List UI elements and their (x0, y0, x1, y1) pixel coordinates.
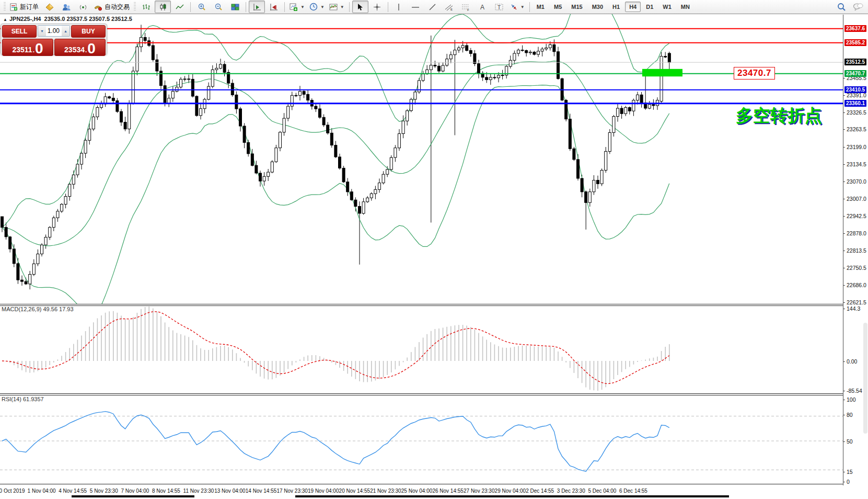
date-label: 3 Dec 23:30 (557, 488, 585, 494)
price-badge: 23585.2 (844, 39, 866, 46)
chart-window[interactable]: ▲JPN225-,H4 23535.0 23537.5 23507.5 2351… (0, 14, 868, 499)
autotrade-button[interactable]: 自动交易 (91, 1, 132, 13)
trendline-icon (429, 3, 436, 11)
text-button[interactable]: A (474, 1, 491, 13)
date-label: 5 Dec 04:00 (588, 488, 616, 494)
date-label: 19 Nov 04:00 (308, 488, 339, 494)
chat-icon (853, 3, 863, 11)
timeframe-w1[interactable]: W1 (658, 2, 676, 12)
toolbar-grip[interactable] (134, 2, 136, 12)
price-badge: 23637.6 (844, 25, 866, 32)
volume-decrease-button[interactable]: ▼ (38, 26, 46, 36)
price-badge: 23512.5 (844, 59, 866, 65)
cursor-button[interactable] (352, 1, 368, 13)
date-label: 25 Nov 04:00 (401, 488, 433, 494)
macd-axis-label: -85.54 (847, 388, 862, 394)
metaeditor-button[interactable] (41, 1, 57, 13)
price-tick: 23326.5 (847, 109, 866, 116)
toolbar-grip[interactable] (4, 2, 6, 12)
crosshair-button[interactable] (369, 1, 385, 13)
chart-line-button[interactable] (171, 1, 188, 13)
one-click-trading-panel: SELL ▼ 1.00 ▲ BUY 23511.0 23534.0 (1, 24, 107, 55)
macd-plot[interactable] (0, 306, 843, 393)
equidistant-channel-button[interactable]: E (441, 1, 457, 13)
metaeditor-icon (45, 3, 54, 11)
new-order-button[interactable]: 新订单 (8, 1, 41, 13)
volume-increase-button[interactable]: ▲ (62, 26, 70, 36)
date-label: 27 Nov 23:30 (464, 488, 495, 494)
clock-icon (309, 3, 318, 11)
sell-button[interactable]: SELL (2, 25, 37, 38)
timeframe-m15[interactable]: M15 (567, 2, 586, 12)
zoom-out-icon (214, 3, 223, 11)
scrollbar-thumb[interactable] (863, 323, 867, 434)
sell-price-big-digit: 0 (35, 43, 43, 55)
news-broadcast-icon (79, 3, 87, 11)
chat-button[interactable] (850, 1, 866, 13)
buy-price-big-digit: 0 (87, 43, 96, 55)
price-tick: 23007.0 (847, 196, 866, 202)
hline-button[interactable] (408, 1, 424, 13)
buy-button[interactable]: BUY (71, 25, 106, 38)
arrows-icon (510, 3, 518, 11)
zoom-out-button[interactable] (210, 1, 226, 13)
zoom-in-button[interactable] (193, 1, 210, 13)
date-label: 30 Oct 2019 (0, 488, 25, 494)
price-tick: 23070.0 (847, 178, 866, 185)
buy-price[interactable]: 23534.0 (54, 39, 106, 56)
timeframe-m30[interactable]: M30 (588, 2, 607, 12)
text-icon: A (479, 3, 486, 11)
rsi-plot[interactable] (0, 395, 843, 484)
buy-price-int: 23534 (64, 46, 85, 53)
news-button[interactable] (75, 1, 91, 13)
text-label-button[interactable]: T (491, 1, 507, 13)
date-label: 14 Nov 14:55 (246, 488, 277, 494)
templates-dropdown[interactable]: ▼ (327, 1, 346, 13)
chart-shift-button[interactable] (265, 1, 282, 13)
timeframe-m5[interactable]: M5 (550, 2, 566, 12)
turning-point-label[interactable]: 多空转折点 (736, 104, 822, 128)
autoscroll-button[interactable] (249, 1, 265, 13)
autotrade-label: 自动交易 (105, 3, 130, 12)
timeframe-d1[interactable]: D1 (642, 2, 657, 12)
text-label-icon: T (495, 3, 503, 11)
date-axis[interactable]: 30 Oct 20191 Nov 04:004 Nov 14:555 Nov 2… (0, 485, 868, 499)
search-button[interactable] (834, 1, 850, 13)
tile-windows-button[interactable] (227, 1, 243, 13)
sell-price[interactable]: 23511.0 (2, 39, 53, 56)
svg-text:E: E (450, 8, 453, 11)
rsi-axis-label: 80 (847, 412, 853, 418)
date-label: 26 Nov 14:55 (432, 488, 464, 494)
autotrade-icon (94, 3, 102, 11)
new-order-icon (10, 3, 18, 11)
chart-bars-button[interactable] (138, 1, 154, 13)
fibonacci-button[interactable]: F (458, 1, 474, 13)
price-annotation-box[interactable]: 23470.7 (734, 67, 775, 80)
date-label: 13 Nov 04:00 (214, 488, 246, 494)
timeframe-h4[interactable]: H4 (625, 2, 641, 12)
vline-button[interactable] (391, 1, 407, 13)
price-tick: 22621.5 (847, 299, 866, 305)
search-icon (837, 3, 846, 12)
new-chart-icon (290, 3, 298, 11)
periods-dropdown[interactable]: ▼ (307, 1, 327, 13)
arrows-dropdown[interactable]: ▼ (508, 1, 527, 13)
volume-value[interactable]: 1.00 (46, 26, 62, 36)
cursor-icon (356, 3, 364, 11)
crosshair-icon (373, 3, 381, 11)
hline-icon (411, 3, 420, 11)
terminal-button[interactable] (58, 1, 74, 13)
timeframe-m1[interactable]: M1 (533, 2, 549, 12)
autoscroll-icon (253, 3, 261, 11)
timeframe-h1[interactable]: H1 (608, 2, 624, 12)
price-badge: 23410.5 (844, 86, 866, 93)
terminal-icon (62, 3, 71, 11)
chart-candles-button[interactable] (155, 1, 171, 13)
price-chart-plot[interactable] (0, 14, 843, 306)
trendline-button[interactable] (424, 1, 441, 13)
new-chart-dropdown[interactable]: ▼ (287, 1, 307, 13)
price-tick: 23263.5 (847, 126, 866, 132)
rsi-axis-label: 50 (847, 438, 853, 445)
rsi-axis-label: 100 (847, 396, 856, 403)
timeframe-mn[interactable]: MN (677, 2, 694, 12)
